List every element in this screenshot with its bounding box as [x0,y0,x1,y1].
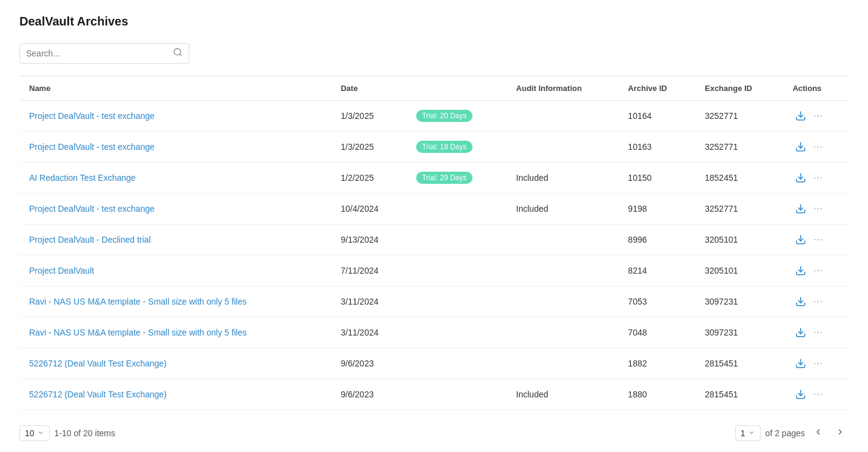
download-button[interactable] [793,264,809,277]
table-row: Project DealVault - test exchange10/4/20… [19,194,849,224]
more-actions-button[interactable]: ··· [813,389,823,400]
download-button[interactable] [793,171,809,184]
prev-page-button[interactable] [810,425,827,442]
cell-audit: Included [506,379,619,410]
cell-badge [406,224,506,255]
cell-audit: Included [506,194,619,224]
table-row: AI Redaction Test Exchange1/2/2025Trial:… [19,163,849,194]
pagination-container: 10 1-10 of 20 items 1 of 2 pages [19,420,849,447]
cell-exchange-id: 2815451 [695,379,783,410]
cell-exchange-id: 1852451 [695,163,783,194]
cell-actions: ··· [783,255,849,286]
trial-badge: Trial: 29 Days [416,172,473,184]
cell-name: Project DealVault - test exchange [19,194,331,224]
more-actions-button[interactable]: ··· [813,358,823,369]
col-header-badge [406,76,506,101]
current-page-value: 1 [741,428,745,438]
search-wrapper [19,43,189,64]
cell-date: 1/3/2025 [331,132,406,163]
page-number-dropdown[interactable]: 1 [735,425,761,441]
download-button[interactable] [793,388,809,401]
cell-archive-id: 10164 [618,101,695,132]
name-link[interactable]: Project DealVault - Declined trial [29,235,151,245]
cell-archive-id: 10150 [618,163,695,194]
cell-actions: ··· [783,101,849,132]
page-title: DealVault Archives [19,15,849,29]
cell-archive-id: 1882 [618,348,695,379]
name-link[interactable]: 5226712 (Deal Vault Test Exchange) [29,390,167,399]
page-navigation: 1 of 2 pages [735,425,849,442]
download-button[interactable] [793,233,809,246]
name-link[interactable]: Ravi - NAS US M&A template - Small size … [29,328,247,337]
cell-audit [506,224,619,255]
cell-audit: Included [506,163,619,194]
next-page-button[interactable] [832,425,849,442]
cell-badge [406,194,506,224]
more-actions-button[interactable]: ··· [813,234,823,245]
name-link[interactable]: Project DealVault - test exchange [29,204,155,214]
col-header-name: Name [19,76,331,101]
cell-exchange-id: 2815451 [695,348,783,379]
name-link[interactable]: Project DealVault - test exchange [29,111,155,121]
name-link[interactable]: Ravi - NAS US M&A template - Small size … [29,297,247,306]
cell-date: 9/13/2024 [331,224,406,255]
cell-name: Ravi - NAS US M&A template - Small size … [19,317,331,348]
cell-exchange-id: 3097231 [695,317,783,348]
more-actions-button[interactable]: ··· [813,172,823,183]
cell-name: AI Redaction Test Exchange [19,163,331,194]
cell-exchange-id: 3252771 [695,194,783,224]
cell-date: 1/3/2025 [331,101,406,132]
cell-date: 7/11/2024 [331,255,406,286]
search-icon[interactable] [173,47,183,59]
search-input[interactable] [26,49,173,58]
more-actions-button[interactable]: ··· [813,265,823,276]
items-info: 1-10 of 20 items [55,428,115,438]
cell-archive-id: 8996 [618,224,695,255]
name-link[interactable]: AI Redaction Test Exchange [29,173,136,183]
col-header-actions: Actions [783,76,849,101]
download-button[interactable] [793,140,809,153]
cell-actions: ··· [783,163,849,194]
download-button[interactable] [793,109,809,123]
more-actions-button[interactable]: ··· [813,110,823,121]
col-header-exchange-id: Exchange ID [695,76,783,101]
cell-archive-id: 1880 [618,379,695,410]
more-actions-button[interactable]: ··· [813,327,823,338]
cell-badge: Trial: 20 Days [406,101,506,132]
cell-badge [406,348,506,379]
cell-audit [506,255,619,286]
name-link[interactable]: Project DealVault - test exchange [29,142,155,152]
cell-badge [406,286,506,317]
more-actions-button[interactable]: ··· [813,203,823,214]
cell-badge [406,379,506,410]
col-header-archive-id: Archive ID [618,76,695,101]
download-button[interactable] [793,326,809,339]
chevron-down-icon [37,428,44,438]
more-actions-button[interactable]: ··· [813,141,823,152]
download-button[interactable] [793,202,809,215]
svg-line-1 [180,54,181,56]
cell-date: 1/2/2025 [331,163,406,194]
page-size-selector: 10 1-10 of 20 items [19,425,115,441]
more-actions-button[interactable]: ··· [813,296,823,307]
of-pages-label: of 2 pages [765,428,805,438]
download-button[interactable] [793,295,809,308]
page-size-dropdown[interactable]: 10 [19,425,50,441]
cell-archive-id: 8214 [618,255,695,286]
cell-archive-id: 9198 [618,194,695,224]
cell-badge: Trial: 18 Days [406,132,506,163]
cell-audit [506,101,619,132]
name-link[interactable]: Project DealVault [29,266,94,275]
name-link[interactable]: 5226712 (Deal Vault Test Exchange) [29,359,167,368]
cell-actions: ··· [783,286,849,317]
download-button[interactable] [793,357,809,370]
cell-badge: Trial: 29 Days [406,163,506,194]
cell-name: Ravi - NAS US M&A template - Small size … [19,286,331,317]
cell-exchange-id: 3205101 [695,224,783,255]
cell-audit [506,317,619,348]
table-row: Ravi - NAS US M&A template - Small size … [19,317,849,348]
table-row: 5226712 (Deal Vault Test Exchange)9/6/20… [19,379,849,410]
cell-archive-id: 7053 [618,286,695,317]
table-row: Project DealVault - test exchange1/3/202… [19,101,849,132]
cell-actions: ··· [783,348,849,379]
